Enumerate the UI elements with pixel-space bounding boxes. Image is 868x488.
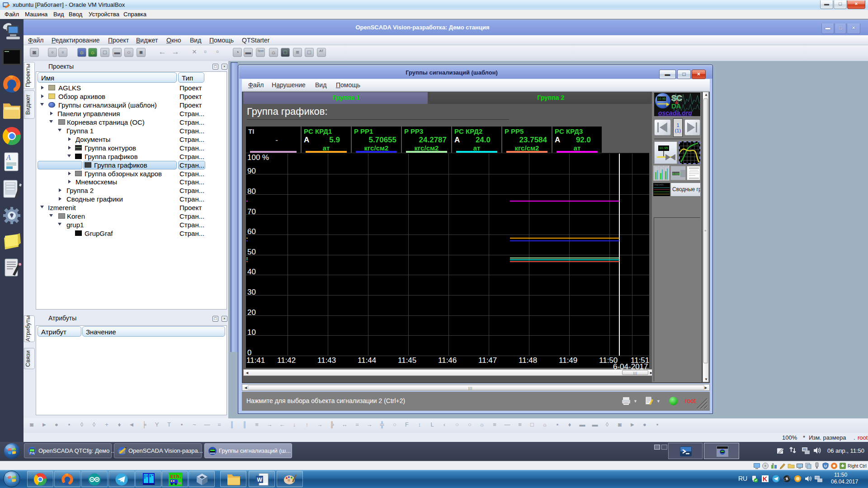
svg-text:W: W [257,477,263,483]
svg-text:K: K [763,475,767,483]
svg-text:U: U [824,464,827,468]
svg-text:A: A [6,154,11,161]
svg-text:Eth.: Eth. [170,474,182,479]
